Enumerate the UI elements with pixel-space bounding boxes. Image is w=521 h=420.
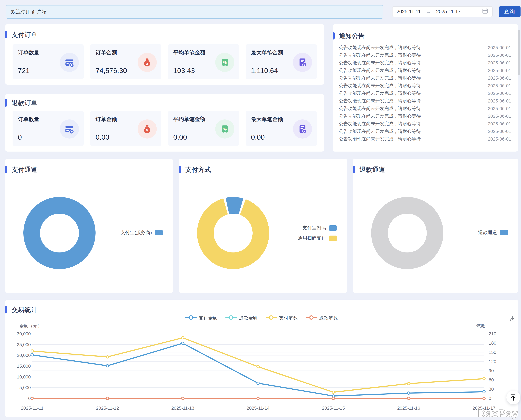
data-point[interactable] <box>483 397 485 400</box>
refund-channel-donut <box>371 197 443 269</box>
data-point[interactable] <box>181 342 184 345</box>
notice-row[interactable]: 公告功能现在尚未开发完成，请耐心等待！2025-06-01 <box>339 67 511 75</box>
notice-row[interactable]: 公告功能现在尚未开发完成，请耐心等待！2025-06-01 <box>339 90 511 97</box>
notice-text: 公告功能现在尚未开发完成，请耐心等待！ <box>339 98 425 104</box>
transaction-stats-card: 交易统计 支付金额 退款金额 支付笔数 退款笔数 金额（元）笔数05,00010… <box>5 300 518 417</box>
refund-orders-card: 退款订单 订单数量0 订单金额0.00 ¥ 平均单笔金额0.00 % 最大单笔金… <box>5 94 324 151</box>
y-left-tick-label: 10,000 <box>17 375 31 379</box>
date-range-picker[interactable]: 2025-11-11 → 2025-11-17 <box>392 6 493 17</box>
credit-card-icon <box>60 120 79 139</box>
donut-legend-item[interactable]: 通用扫码支付 <box>298 235 337 241</box>
notice-list: 公告功能现在尚未开发完成，请耐心等待！2025-06-01公告功能现在尚未开发完… <box>339 44 511 143</box>
calendar-icon[interactable] <box>482 8 488 15</box>
data-point[interactable] <box>106 397 109 400</box>
y-right-tick-label: 30 <box>489 387 494 392</box>
data-point[interactable] <box>483 377 485 380</box>
data-point[interactable] <box>332 397 335 400</box>
max-receipt-icon: ¥ <box>293 120 312 139</box>
donut-legend-label: 通用扫码支付 <box>298 235 326 241</box>
notice-row[interactable]: 公告功能现在尚未开发完成，请耐心等待！2025-06-01 <box>339 120 511 128</box>
notice-date: 2025-06-01 <box>488 129 511 134</box>
refund-orders-header: 退款订单 <box>5 98 37 107</box>
notice-row[interactable]: 公告功能现在尚未开发完成，请耐心等待！2025-06-01 <box>339 128 511 135</box>
credit-card-icon <box>60 53 79 72</box>
donut-legend-swatch <box>500 230 508 235</box>
notice-row[interactable]: 公告功能现在尚未开发完成，请耐心等待！2025-06-01 <box>339 52 511 59</box>
y-right-axis-name: 笔数 <box>476 323 485 329</box>
pay-method-title: 支付方式 <box>185 165 211 174</box>
stat-value: 0.00 <box>173 133 187 141</box>
data-point[interactable] <box>483 390 485 393</box>
data-point[interactable] <box>257 366 259 368</box>
series-line-支付金额[interactable] <box>32 343 484 396</box>
date-start[interactable]: 2025-11-11 <box>397 9 421 15</box>
y-left-tick-label: 30,000 <box>17 331 31 336</box>
notice-row[interactable]: 公告功能现在尚未开发完成，请耐心等待！2025-06-01 <box>339 112 511 120</box>
date-end[interactable]: 2025-11-17 <box>436 9 461 15</box>
data-point[interactable] <box>31 354 33 356</box>
donut-legend-swatch <box>155 230 163 235</box>
notice-text: 公告功能现在尚未开发完成，请耐心等待！ <box>339 105 425 112</box>
pay-channel-donut <box>23 197 95 269</box>
pay-orders-stat-row: 订单数量721 订单金额74,576.30 ¥ 平均单笔金额103.43 % 最… <box>13 44 317 79</box>
section-accent-bar <box>333 32 335 39</box>
percent-receipt-icon: % <box>215 120 234 139</box>
welcome-text: 欢迎使用 商户端 <box>11 9 47 15</box>
pay-channel-legend: 支付宝(服务商) <box>120 229 163 236</box>
data-point[interactable] <box>332 391 335 394</box>
data-point[interactable] <box>106 365 109 367</box>
notice-row[interactable]: 公告功能现在尚未开发完成，请耐心等待！2025-06-01 <box>339 59 511 67</box>
pay-orders-card: 支付订单 订单数量721 订单金额74,576.30 ¥ 平均单笔金额103.4… <box>5 24 324 85</box>
data-point[interactable] <box>257 397 259 400</box>
back-to-top-button[interactable] <box>506 390 520 404</box>
donut-legend-item[interactable]: 支付宝(服务商) <box>120 229 163 236</box>
data-point[interactable] <box>106 356 109 358</box>
notice-date: 2025-06-01 <box>488 83 511 88</box>
svg-text:¥: ¥ <box>304 130 305 133</box>
donut-legend-item[interactable]: 退款通道 <box>478 229 508 236</box>
data-point[interactable] <box>407 397 410 400</box>
y-left-tick-label: 0 <box>28 396 31 401</box>
percent-receipt-icon: % <box>215 53 234 72</box>
data-point[interactable] <box>31 350 33 352</box>
pay-stat-card-2: 平均单笔金额103.43 % <box>168 44 239 79</box>
notice-row[interactable]: 公告功能现在尚未开发完成，请耐心等待！2025-06-01 <box>339 97 511 105</box>
data-point[interactable] <box>181 397 184 400</box>
data-point[interactable] <box>31 397 33 400</box>
section-accent-bar <box>5 166 7 173</box>
notice-text: 公告功能现在尚未开发完成，请耐心等待！ <box>339 82 425 89</box>
refund-stat-card-3: 最大单笔金额0.00 ¥ <box>246 111 317 146</box>
notice-text: 公告功能现在尚未开发完成，请耐心等待！ <box>339 128 425 135</box>
data-point[interactable] <box>257 382 259 384</box>
page-scrollbar-thumb[interactable] <box>518 30 520 75</box>
notice-date: 2025-06-01 <box>488 98 511 104</box>
y-right-tick-label: 90 <box>489 368 494 373</box>
money-bag-icon: ¥ <box>138 120 157 139</box>
notice-row[interactable]: 公告功能现在尚未开发完成，请耐心等待！2025-06-01 <box>339 105 511 112</box>
notice-row[interactable]: 公告功能现在尚未开发完成，请耐心等待！2025-06-01 <box>339 135 511 143</box>
notices-title: 通知公告 <box>339 31 365 40</box>
donut-segment[interactable] <box>32 205 87 261</box>
data-point[interactable] <box>407 392 410 394</box>
money-bag-icon: ¥ <box>138 53 157 72</box>
donut-legend-item[interactable]: 支付宝扫码 <box>298 225 337 231</box>
refund-channel-card: 退款通道 退款通道 <box>353 159 518 293</box>
data-point[interactable] <box>181 337 184 339</box>
query-button[interactable]: 查询 <box>499 6 521 17</box>
date-separator-icon: → <box>426 9 431 14</box>
notice-row[interactable]: 公告功能现在尚未开发完成，请耐心等待！2025-06-01 <box>339 44 511 52</box>
pay-stat-card-3: 最大单笔金额1,110.64 ¥ <box>246 44 317 79</box>
notice-row[interactable]: 公告功能现在尚未开发完成，请耐心等待！2025-06-01 <box>339 82 511 90</box>
notice-date: 2025-06-01 <box>488 106 511 111</box>
notice-date: 2025-06-01 <box>488 114 511 119</box>
section-accent-bar <box>353 166 355 173</box>
notice-row[interactable]: 公告功能现在尚未开发完成，请耐心等待！2025-06-01 <box>339 74 511 82</box>
pay-channel-title: 支付通道 <box>12 165 37 174</box>
donut-legend-label: 支付宝扫码 <box>303 225 326 231</box>
donut-placeholder-ring <box>380 205 435 261</box>
notice-date: 2025-06-01 <box>488 91 511 96</box>
data-point[interactable] <box>407 382 410 385</box>
stat-value: 0.00 <box>251 133 265 141</box>
notice-text: 公告功能现在尚未开发完成，请耐心等待！ <box>339 75 425 81</box>
notice-date: 2025-06-01 <box>488 68 511 73</box>
